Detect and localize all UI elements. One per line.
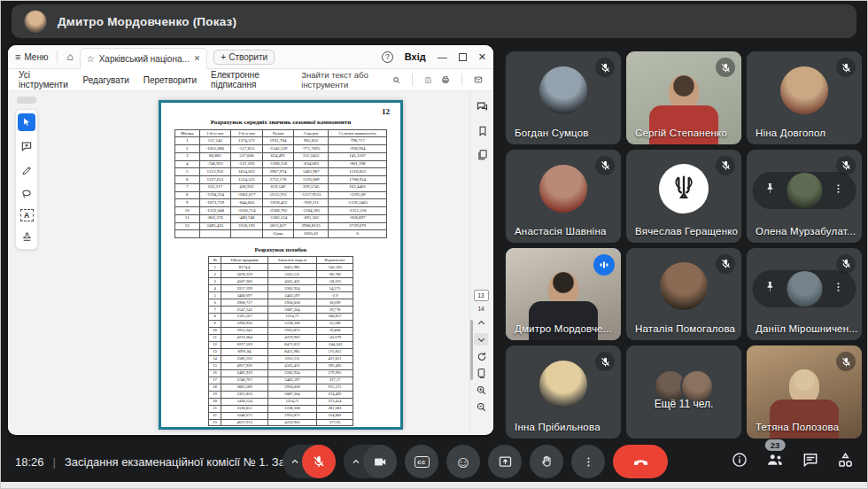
tile-hover-controls — [753, 270, 856, 307]
previous-page-button[interactable] — [474, 316, 488, 329]
avatar — [787, 173, 823, 208]
pages-panel-icon[interactable] — [477, 149, 489, 161]
seasonal-component-table: Місяць1-й сезон2-й сезонРазомСереднєСезо… — [174, 129, 387, 238]
login-button[interactable]: Вхід — [405, 51, 426, 62]
window-frame-edge — [1, 482, 867, 488]
participant-name: Наталія Помогалова — [635, 323, 735, 334]
avatar — [780, 66, 828, 114]
participant-tile[interactable]: Тетяна Полозова — [747, 345, 862, 439]
panel-toggle[interactable] — [17, 97, 36, 104]
camera-control — [344, 445, 397, 478]
participant-name: Інна Прібильнова — [515, 422, 601, 432]
tile-menu-button[interactable] — [833, 182, 845, 198]
convert-menu[interactable]: Перетворити — [143, 75, 197, 85]
pin-tile-button[interactable] — [764, 280, 778, 297]
present-button[interactable] — [488, 445, 522, 478]
pin-tile-button[interactable] — [764, 182, 778, 198]
participant-name: Ніна Довгопол — [756, 128, 825, 138]
meeting-details-button[interactable] — [731, 451, 748, 472]
new-tab-button[interactable]: +Створити — [213, 50, 275, 65]
mic-muted-icon — [716, 254, 735, 274]
camera-options-chevron-icon[interactable] — [349, 454, 363, 469]
save-icon[interactable] — [424, 74, 432, 86]
draw-tool[interactable] — [18, 161, 35, 179]
tile-hover-controls — [753, 172, 856, 209]
participant-name: Вячеслав Геращенко — [635, 226, 738, 237]
scrollbar[interactable] — [470, 320, 473, 380]
participant-grid: Богдан СумцовСергій СтепаненкоНіна Довго… — [506, 51, 862, 439]
people-button[interactable]: 23 — [765, 450, 785, 473]
search-icon[interactable] — [392, 74, 400, 86]
mic-options-chevron-icon[interactable] — [288, 454, 302, 469]
participant-tile[interactable]: Інна Прібильнова — [506, 345, 621, 439]
maximize-button[interactable] — [459, 53, 467, 61]
star-icon[interactable]: ☆ — [87, 54, 95, 64]
stamp-tool[interactable] — [18, 228, 35, 245]
find-label[interactable]: Знайти текст або інструменти — [301, 70, 384, 89]
participant-tile[interactable]: Наталія Помогалова — [626, 248, 741, 341]
mic-control — [283, 445, 336, 478]
select-tool[interactable] — [18, 113, 35, 131]
tile-menu-icon — [833, 281, 845, 293]
participant-tile[interactable]: Вячеслав Геращенко — [626, 150, 741, 243]
participant-tile[interactable]: Анастасія Шавніна — [506, 150, 621, 243]
participant-tile[interactable]: Дмитро Мордовче... — [506, 248, 621, 341]
print-icon[interactable] — [441, 74, 450, 86]
smiley-icon: ☺ — [454, 454, 471, 470]
comments-panel-icon[interactable] — [476, 100, 489, 113]
captions-button[interactable]: cc — [405, 445, 438, 478]
page-nav-column: 13 14 — [472, 290, 490, 413]
chat-button[interactable] — [802, 451, 819, 472]
acrobat-tab-bar: ≡Меню ⌂ ☆ Харківський націона... ✕ +Ство… — [8, 45, 493, 69]
zoom-in-button[interactable] — [474, 384, 488, 396]
hand-icon — [539, 454, 554, 470]
present-icon — [498, 454, 513, 470]
esign-menu[interactable]: Електронне підписання — [211, 70, 287, 89]
quick-tools-rail: A — [15, 109, 38, 250]
lasso-tool[interactable] — [18, 185, 35, 203]
reactions-button[interactable]: ☺ — [446, 445, 480, 478]
select-text-tool[interactable]: A — [20, 209, 34, 221]
activities-button[interactable] — [836, 451, 855, 473]
divider — [412, 74, 413, 86]
avatar — [659, 164, 709, 213]
tab-close-icon[interactable]: ✕ — [194, 54, 201, 63]
leave-call-button[interactable] — [613, 445, 668, 478]
more-options-button[interactable] — [571, 445, 605, 478]
current-page-input[interactable]: 13 — [474, 290, 489, 301]
document-tab[interactable]: ☆ Харківський націона... ✕ — [80, 48, 208, 69]
mic-muted-icon — [836, 58, 856, 77]
mic-muted-icon — [716, 156, 735, 175]
participant-tile[interactable]: Богдан Сумцов — [506, 51, 621, 144]
export-page-button[interactable] — [474, 367, 488, 379]
zoom-out-button[interactable] — [474, 400, 488, 413]
home-icon[interactable]: ⌂ — [66, 50, 73, 63]
bookmarks-panel-icon[interactable] — [477, 125, 489, 137]
participant-tile[interactable]: Ніна Довгопол — [747, 51, 862, 144]
participant-tile[interactable]: Ещё 11 чел. — [626, 345, 741, 439]
help-icon[interactable]: ? — [382, 51, 393, 63]
comment-tool[interactable] — [18, 137, 35, 155]
avatar — [787, 271, 823, 307]
total-pages-label: 14 — [477, 306, 484, 312]
rotate-page-button[interactable] — [474, 350, 488, 362]
page-number: 12 — [382, 107, 390, 116]
raise-hand-button[interactable] — [530, 445, 563, 478]
participant-tile[interactable]: Даніїл Мірошничен... — [747, 248, 862, 341]
participant-tile[interactable]: Олена Мурзабулат... — [747, 150, 862, 243]
mic-muted-icon — [595, 156, 615, 175]
divider — [461, 74, 462, 86]
mic-mute-button[interactable] — [302, 445, 336, 478]
acrobat-menu-button[interactable]: ≡Меню — [15, 51, 48, 62]
edit-menu[interactable]: Редагувати — [82, 75, 128, 85]
all-tools-menu[interactable]: Усі інструменти — [19, 70, 68, 89]
close-button[interactable]: ✕ — [478, 51, 486, 63]
participant-tile[interactable]: Сергій Степаненко — [626, 51, 741, 144]
next-page-button[interactable] — [474, 333, 488, 345]
camera-button[interactable] — [363, 445, 397, 478]
minimize-button[interactable]: — — [438, 51, 447, 62]
pin-icon — [764, 280, 778, 293]
tile-menu-button[interactable] — [833, 281, 845, 297]
participant-name: Анастасія Шавніна — [515, 226, 607, 237]
mail-icon[interactable] — [474, 74, 483, 86]
